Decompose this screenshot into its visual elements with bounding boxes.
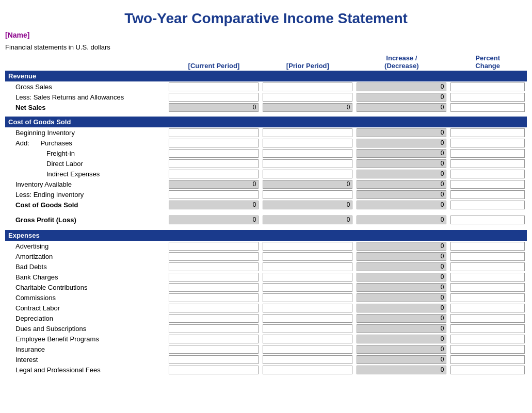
gross-profit-percent-input[interactable]	[450, 216, 525, 224]
bank-charges-prior-input[interactable]	[263, 273, 352, 282]
income-statement-table: Financial statements in U.S. dollars [Cu…	[5, 43, 527, 375]
dues-subscriptions-current-input[interactable]	[169, 324, 259, 333]
dues-subscriptions-prior-input[interactable]	[263, 324, 352, 333]
beginning-inventory-current-input[interactable]	[169, 128, 259, 137]
purchases-current-input[interactable]	[169, 139, 259, 147]
advertising-prior-input[interactable]	[263, 242, 352, 251]
purchases-percent-input[interactable]	[450, 139, 525, 147]
charitable-contributions-percent-input[interactable]	[450, 283, 525, 292]
add-label: Add:	[15, 139, 39, 147]
employee-benefit-percent-input[interactable]	[450, 335, 525, 343]
purchases-sublabel: Purchases	[40, 139, 72, 147]
advertising-current-input[interactable]	[169, 242, 259, 251]
charitable-contributions-prior-input[interactable]	[263, 283, 352, 292]
gross-sales-prior-input[interactable]	[263, 82, 352, 91]
spacer-1	[5, 112, 527, 117]
legal-fees-label: Legal and Professional Fees	[5, 365, 167, 375]
insurance-percent-input[interactable]	[450, 345, 525, 354]
ending-inventory-prior-input[interactable]	[263, 190, 352, 199]
ending-inventory-current-input[interactable]	[169, 190, 259, 199]
cogs-percent-input[interactable]	[450, 201, 525, 209]
sales-returns-percent-input[interactable]	[450, 93, 525, 102]
indirect-expenses-percent-input[interactable]	[450, 170, 525, 178]
bad-debts-percent-input[interactable]	[450, 262, 525, 271]
insurance-label: Insurance	[5, 344, 167, 354]
employee-benefit-current-input[interactable]	[169, 335, 259, 343]
inventory-available-percent-input[interactable]	[450, 180, 525, 189]
legal-fees-prior-input[interactable]	[263, 366, 352, 374]
charitable-contributions-current-input[interactable]	[169, 283, 259, 292]
net-sales-percent-input[interactable]	[450, 103, 525, 112]
inventory-available-prior-val: 0	[263, 180, 352, 189]
interest-prior-input[interactable]	[263, 355, 352, 364]
employee-benefit-prior-input[interactable]	[263, 335, 352, 343]
interest-increase-val: 0	[357, 355, 446, 364]
direct-labor-prior-input[interactable]	[263, 159, 352, 168]
bank-charges-current-input[interactable]	[169, 273, 259, 282]
contract-labor-increase-val: 0	[357, 304, 446, 312]
bad-debts-current-input[interactable]	[169, 262, 259, 271]
subtitle-row: Financial statements in U.S. dollars	[5, 43, 527, 52]
increase-header-text: Increase /(Decrease)	[384, 54, 419, 70]
cogs-total-row: Cost of Goods Sold 0 0 0	[5, 200, 527, 210]
gross-sales-label: Gross Sales	[5, 81, 167, 92]
gross-profit-row: Gross Profit (Loss) 0 0 0	[5, 214, 527, 226]
direct-labor-row: Direct Labor 0	[5, 158, 527, 169]
contract-labor-current-input[interactable]	[169, 304, 259, 312]
gross-sales-increase-cell: 0	[354, 81, 448, 92]
charitable-contributions-increase-val: 0	[357, 283, 446, 292]
insurance-prior-input[interactable]	[263, 345, 352, 354]
contract-labor-label: Contract Labor	[5, 303, 167, 313]
beginning-inventory-row: Beginning Inventory 0	[5, 127, 527, 138]
interest-percent-input[interactable]	[450, 355, 525, 364]
depreciation-prior-input[interactable]	[263, 314, 352, 323]
legal-fees-percent-input[interactable]	[450, 366, 525, 374]
ending-inventory-percent-input[interactable]	[450, 190, 525, 199]
advertising-percent-input[interactable]	[450, 242, 525, 251]
commissions-increase-val: 0	[357, 293, 446, 302]
commissions-percent-input[interactable]	[450, 293, 525, 302]
freight-prior-input[interactable]	[263, 149, 352, 158]
direct-labor-percent-input[interactable]	[450, 159, 525, 168]
freight-current-input[interactable]	[169, 149, 259, 158]
gross-sales-percent-input[interactable]	[450, 82, 525, 91]
column-headers: [Current Period] [Prior Period] Increase…	[5, 52, 527, 71]
amortization-row: Amortization 0	[5, 251, 527, 261]
gross-sales-current-input[interactable]	[169, 82, 259, 91]
sales-returns-increase-val: 0	[357, 93, 446, 102]
interest-current-input[interactable]	[169, 355, 259, 364]
sales-returns-prior-input[interactable]	[263, 93, 352, 102]
charitable-contributions-row: Charitable Contributions 0	[5, 282, 527, 292]
contract-labor-prior-input[interactable]	[263, 304, 352, 312]
amortization-percent-input[interactable]	[450, 252, 525, 261]
spacer-3	[5, 226, 527, 230]
bad-debts-row: Bad Debts 0	[5, 261, 527, 272]
amortization-prior-input[interactable]	[263, 252, 352, 261]
bank-charges-percent-input[interactable]	[450, 273, 525, 282]
sales-returns-current-input[interactable]	[169, 93, 259, 102]
contract-labor-percent-input[interactable]	[450, 304, 525, 312]
ending-inventory-label: Less: Ending Inventory	[5, 189, 167, 200]
legal-fees-row: Legal and Professional Fees 0	[5, 365, 527, 375]
dues-subscriptions-percent-input[interactable]	[450, 324, 525, 333]
bad-debts-prior-input[interactable]	[263, 262, 352, 271]
beginning-inventory-prior-input[interactable]	[263, 128, 352, 137]
legal-fees-current-input[interactable]	[169, 366, 259, 374]
commissions-current-input[interactable]	[169, 293, 259, 302]
indirect-expenses-current-input[interactable]	[169, 170, 259, 178]
freight-percent-input[interactable]	[450, 149, 525, 158]
direct-labor-current-input[interactable]	[169, 159, 259, 168]
cogs-section-header: Cost of Goods Sold	[5, 117, 527, 127]
beginning-inventory-percent-input[interactable]	[450, 128, 525, 137]
purchases-prior-input[interactable]	[263, 139, 352, 147]
insurance-current-input[interactable]	[169, 345, 259, 354]
amortization-current-input[interactable]	[169, 252, 259, 261]
purchases-increase-val: 0	[357, 139, 446, 147]
name-label: [Name]	[5, 30, 527, 43]
depreciation-current-input[interactable]	[169, 314, 259, 323]
commissions-prior-input[interactable]	[263, 293, 352, 302]
indirect-expenses-prior-input[interactable]	[263, 170, 352, 178]
advertising-label: Advertising	[5, 241, 167, 251]
direct-labor-label: Direct Labor	[5, 158, 167, 169]
depreciation-percent-input[interactable]	[450, 314, 525, 323]
